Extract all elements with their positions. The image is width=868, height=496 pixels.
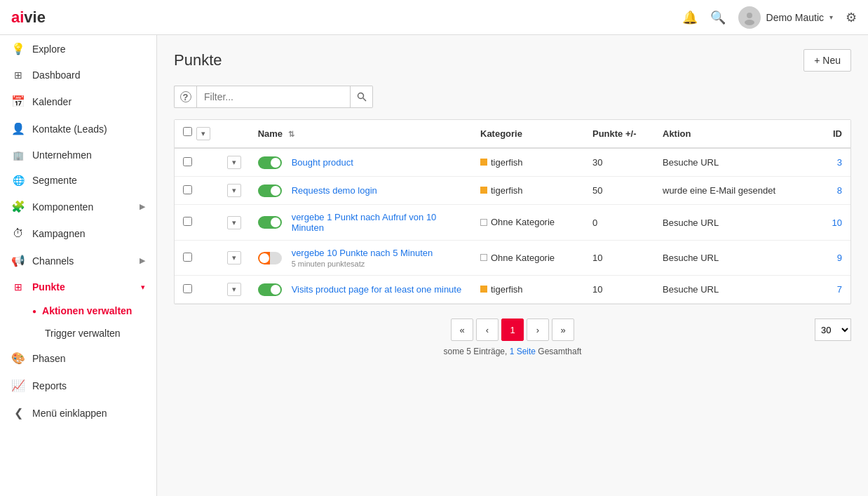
sidebar-item-phasen[interactable]: 🎨 Phasen (0, 344, 156, 372)
row-id-cell: 9 (808, 241, 850, 276)
row-checkbox[interactable] (183, 185, 192, 194)
toggle-switch[interactable] (258, 252, 282, 264)
page-1-btn[interactable]: 1 (501, 319, 524, 341)
name-wrapper: vergebe 10 Punkte nach 5 Minuten 5 minut… (292, 248, 433, 268)
sidebar-label-dashboard: Dashboard (32, 69, 81, 81)
main-content: Punkte + Neu ? ▾ (157, 35, 868, 496)
komponenten-icon: 🧩 (11, 200, 25, 213)
row-checkbox[interactable] (183, 217, 192, 226)
page-link[interactable]: 1 Seite (510, 347, 536, 356)
row-checkbox[interactable] (183, 253, 192, 262)
col-name-header[interactable]: Name ⇅ (250, 120, 472, 148)
select-all-checkbox[interactable] (183, 127, 192, 136)
new-button[interactable]: + Neu (803, 49, 851, 72)
col-id-header: ID (808, 120, 850, 148)
sidebar-item-channels[interactable]: 📢 Channels ▶ (0, 247, 156, 274)
row-dropdown-btn[interactable]: ▾ (227, 156, 241, 169)
sidebar-item-kampagnen[interactable]: ⏱ Kampagnen (0, 220, 156, 247)
name-link[interactable]: Requests demo login (292, 185, 377, 196)
toggle-switch[interactable] (258, 216, 282, 229)
row-name-cell: vergebe 10 Punkte nach 5 Minuten 5 minut… (250, 241, 472, 276)
sidebar-item-explore[interactable]: 💡 Explore (0, 35, 156, 62)
name-wrapper: vergebe 1 Punkt nach Aufruf von 10 Minut… (292, 212, 463, 233)
name-wrapper: Bought product (292, 157, 353, 168)
row-dropdown-btn[interactable]: ▾ (227, 283, 241, 296)
punkte-icon: ⊞ (11, 281, 25, 293)
search-icon[interactable]: 🔍 (710, 10, 726, 25)
cat-color-icon (480, 286, 487, 293)
notification-icon[interactable]: 🔔 (682, 10, 698, 25)
trigger-label: Trigger verwalten (45, 328, 121, 339)
punkte-arrow-icon: ▾ (141, 283, 145, 292)
svg-point-2 (358, 93, 363, 99)
channels-arrow-icon: ▶ (140, 256, 145, 265)
sidebar-item-dashboard[interactable]: ⊞ Dashboard (0, 62, 156, 88)
kampagnen-icon: ⏱ (11, 227, 25, 240)
name-link[interactable]: Visits product page for at least one min… (292, 284, 462, 295)
row-id-cell: 8 (808, 177, 850, 205)
toggle-switch[interactable] (258, 185, 282, 197)
logo-black: vie (24, 8, 46, 26)
page-last-btn[interactable]: » (552, 319, 574, 341)
page-prev-btn[interactable]: ‹ (476, 319, 499, 341)
unternehmen-icon: 🏢 (11, 150, 25, 161)
row-dropdown-btn[interactable]: ▾ (227, 251, 241, 264)
name-highlight: 10 Minuten (292, 212, 437, 233)
row-dropdown-btn[interactable]: ▾ (227, 184, 241, 197)
sidebar-item-segmente[interactable]: 🌐 Segmente (0, 168, 156, 193)
row-name-cell: Requests demo login (250, 177, 472, 205)
user-menu[interactable]: Demo Mautic ▾ (738, 6, 833, 29)
sidebar-label-reports: Reports (32, 380, 67, 391)
cat-color-icon (480, 159, 487, 166)
row-pts-cell: 50 (584, 177, 654, 205)
toggle-switch[interactable] (258, 283, 282, 296)
toggle-switch[interactable] (258, 156, 282, 169)
sidebar-label-collapse: Menü einklappen (32, 408, 107, 419)
page-title: Punkte (174, 51, 222, 69)
row-checkbox[interactable] (183, 284, 192, 293)
cat-color-icon (480, 187, 487, 194)
col-check-header: ▾ (175, 120, 219, 148)
per-page-select[interactable]: 30 50 100 (815, 319, 851, 341)
row-checkbox-cell (175, 205, 219, 241)
filter-input[interactable] (196, 86, 351, 108)
pagination-bar: « ‹ 1 › » 30 50 100 (174, 319, 851, 341)
row-dd-cell: ▾ (219, 177, 250, 205)
sidebar-item-kalender[interactable]: 📅 Kalender (0, 88, 156, 115)
name-cell: Requests demo login (258, 185, 463, 197)
row-dropdown-btn[interactable]: ▾ (227, 216, 241, 229)
filter-help-icon[interactable]: ? (174, 86, 196, 108)
col-pts-header: Punkte +/- (584, 120, 654, 148)
row-kat-cell: tigerfish (472, 276, 584, 304)
row-kat-cell: Ohne Kategorie (472, 241, 584, 276)
komponenten-arrow-icon: ▶ (140, 202, 145, 211)
col-aktion-header: Aktion (654, 120, 808, 148)
category-badge: Ohne Kategorie (480, 253, 555, 263)
kalender-icon: 📅 (11, 95, 25, 108)
sidebar-sub-trigger[interactable]: Trigger verwalten (32, 322, 156, 344)
row-checkbox[interactable] (183, 157, 192, 166)
page-first-btn[interactable]: « (451, 319, 473, 341)
filter-search-icon[interactable] (351, 86, 373, 108)
sidebar-item-komponenten[interactable]: 🧩 Komponenten ▶ (0, 193, 156, 220)
sidebar-item-kontakte[interactable]: 👤 Kontakte (Leads) (0, 115, 156, 142)
name-link[interactable]: vergebe 1 Punkt nach Aufruf von 10 Minut… (292, 212, 437, 233)
collapse-icon: ❮ (11, 406, 25, 420)
sidebar-item-unternehmen[interactable]: 🏢 Unternehmen (0, 142, 156, 168)
settings-icon[interactable]: ⚙ (846, 10, 857, 25)
name-link[interactable]: vergebe 10 Punkte nach 5 Minuten (292, 248, 433, 258)
sidebar-sub-aktionen[interactable]: Aktionen verwalten (32, 300, 156, 322)
sidebar-item-reports[interactable]: 📈 Reports (0, 372, 156, 399)
sidebar-item-menu-collapse[interactable]: ❮ Menü einklappen (0, 399, 156, 427)
row-name-cell: Bought product (250, 148, 472, 177)
page-next-btn[interactable]: › (527, 319, 549, 341)
table-row: ▾ vergebe 1 Punkt nach Aufruf von 10 Min… (175, 205, 850, 241)
header-dropdown-btn[interactable]: ▾ (196, 127, 210, 140)
name-sub: 5 minuten punktesatz (292, 260, 433, 268)
name-cell: vergebe 10 Punkte nach 5 Minuten 5 minut… (258, 248, 463, 268)
aktionen-label: Aktionen verwalten (42, 305, 132, 316)
name-cell: vergebe 1 Punkt nach Aufruf von 10 Minut… (258, 212, 463, 233)
name-link[interactable]: Bought product (292, 157, 353, 168)
sidebar-item-punkte[interactable]: ⊞ Punkte ▾ (0, 274, 156, 300)
row-id-cell: 3 (808, 148, 850, 177)
